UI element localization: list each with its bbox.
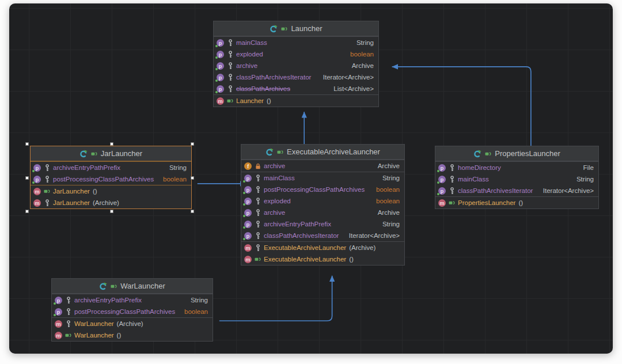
member-row[interactable]: mJarLauncher() [31, 185, 191, 197]
inheritance-edge-warlauncher-to-executablearchivelauncher[interactable] [219, 276, 332, 321]
member-row[interactable]: pclassPathArchivesIteratorIterator<Archi… [435, 185, 598, 196]
member-name: exploded [264, 198, 291, 204]
method-name: JarLauncher [53, 188, 90, 195]
class-node-header[interactable]: Launcher [214, 21, 378, 36]
method-icon: m [33, 188, 41, 195]
class-title: ExecutableArchiveLauncher [287, 147, 380, 156]
member-row[interactable]: parchiveEntryPathPrefixString [52, 294, 213, 306]
member-row[interactable]: pclassPathArchivesIteratorIterator<Archi… [214, 71, 378, 83]
member-type: Archive [378, 209, 400, 216]
member-type: Archive [352, 62, 374, 69]
member-name: classPathArchivesIterator [236, 74, 311, 81]
property-icon: p [33, 176, 41, 183]
member-row[interactable]: pexplodedboolean [241, 195, 404, 207]
inheritance-edge-propertieslauncher-to-launcher[interactable] [392, 67, 531, 151]
property-icon: p [244, 186, 252, 194]
member-name: archive [264, 209, 285, 216]
member-row[interactable]: pmainClassString [214, 37, 378, 48]
key-icon [255, 186, 261, 194]
member-row[interactable]: mExecutableArchiveLauncher() [241, 253, 404, 265]
class-node-propertieslauncher[interactable]: PropertiesLauncherphomeDirectoryFilepmai… [435, 146, 599, 209]
selection-handle-tr[interactable] [191, 142, 194, 146]
class-node-header[interactable]: PropertiesLauncher [435, 146, 598, 161]
member-name: exploded [236, 51, 263, 58]
member-row[interactable]: parchiveArchive [214, 60, 378, 71]
member-row[interactable]: mLauncher() [214, 95, 378, 107]
property-icon: p [438, 164, 446, 172]
member-type: String [356, 39, 374, 46]
method-name: ExecutableArchiveLauncher [264, 256, 346, 263]
member-row[interactable]: pmainClassString [241, 172, 404, 184]
member-row[interactable]: parchiveEntryPathPrefixString [31, 162, 191, 173]
method-params: () [267, 97, 271, 104]
member-type: List<Archive> [333, 85, 374, 92]
method-name: JarLauncher [53, 199, 90, 206]
selection-handle-tm[interactable] [110, 142, 113, 146]
class-node-executablearchivelauncher[interactable]: ExecutableArchiveLauncherfarchiveArchive… [241, 144, 405, 266]
class-node-jarlauncher[interactable]: JarLauncherparchiveEntryPathPrefixString… [30, 146, 192, 209]
member-type: String [577, 176, 594, 183]
member-row[interactable]: pclassPathArchivesList<Archive> [214, 83, 378, 94]
members-section: mLauncher() [214, 94, 378, 107]
class-node-header[interactable]: WarLauncher [52, 279, 213, 294]
member-row[interactable]: pmainClassString [435, 173, 598, 185]
property-icon: p [55, 308, 62, 316]
method-params: (Archive) [93, 199, 119, 206]
member-row[interactable]: phomeDirectoryFile [435, 162, 598, 173]
member-name: classPathArchivesIterator [458, 187, 533, 194]
member-row[interactable]: mWarLauncher() [52, 329, 213, 341]
member-row[interactable]: mPropertiesLauncher() [435, 197, 598, 208]
member-row[interactable]: mJarLauncher(Archive) [31, 197, 191, 208]
member-type: Iterator<Archive> [323, 74, 374, 81]
key-icon [449, 187, 455, 195]
method-icon: m [55, 332, 62, 339]
selection-handle-ml[interactable] [25, 176, 29, 180]
method-params: () [518, 199, 523, 206]
member-row[interactable]: parchiveArchive [241, 207, 404, 218]
selection-handle-tl[interactable] [25, 142, 29, 146]
lock-open-icon [485, 151, 491, 157]
members-section: mJarLauncher()mJarLauncher(Archive) [31, 185, 191, 208]
class-node-launcher[interactable]: LauncherpmainClassStringpexplodedboolean… [213, 21, 379, 107]
member-row[interactable]: ppostProcessingClassPathArchivesboolean [52, 306, 213, 317]
diagram-canvas[interactable]: LauncherpmainClassStringpexplodedboolean… [9, 3, 613, 354]
member-row[interactable]: farchiveArchive [241, 160, 404, 172]
member-name: postProcessingClassPathArchives [264, 186, 365, 193]
key-icon [255, 244, 261, 252]
member-row[interactable]: mExecutableArchiveLauncher(Archive) [241, 242, 404, 253]
key-icon [65, 320, 71, 328]
members-section: parchiveEntryPathPrefixStringppostProces… [31, 161, 191, 185]
member-row[interactable]: ppostProcessingClassPathArchivesboolean [31, 173, 191, 185]
class-node-header[interactable]: JarLauncher [31, 146, 191, 161]
property-icon: p [244, 175, 252, 182]
member-row[interactable]: mWarLauncher(Archive) [52, 318, 213, 329]
class-node-warlauncher[interactable]: WarLauncherparchiveEntryPathPrefixString… [51, 278, 213, 342]
key-icon [227, 39, 233, 47]
field-icon: f [244, 162, 252, 170]
class-title: PropertiesLauncher [495, 149, 560, 158]
member-row[interactable]: pexplodedboolean [214, 48, 378, 60]
method-params: () [117, 332, 122, 339]
property-icon: p [217, 51, 224, 58]
selection-handle-br[interactable] [191, 210, 194, 213]
class-node-header[interactable]: ExecutableArchiveLauncher [241, 145, 404, 160]
selection-handle-bl[interactable] [25, 210, 29, 213]
member-row[interactable]: parchiveEntryPathPrefixString [241, 218, 404, 230]
method-icon: m [217, 97, 224, 105]
lock-open-icon [281, 26, 287, 32]
member-name: classPathArchives [236, 85, 290, 92]
member-type: String [169, 164, 187, 171]
member-type: Iterator<Archive> [543, 187, 594, 194]
member-row[interactable]: pclassPathArchivesIteratorIterator<Archi… [241, 230, 404, 241]
key-icon [255, 198, 261, 205]
method-icon: m [244, 244, 252, 252]
member-type: String [191, 297, 208, 304]
selection-handle-bm[interactable] [110, 210, 113, 213]
members-section: pmainClassStringppostProcessingClassPath… [241, 172, 404, 241]
selection-handle-mr[interactable] [191, 176, 194, 180]
member-row[interactable]: ppostProcessingClassPathArchivesboolean [241, 184, 404, 195]
property-icon: p [244, 232, 252, 240]
class-icon [473, 150, 481, 158]
method-name: ExecutableArchiveLauncher [264, 244, 346, 251]
property-icon: p [217, 39, 224, 47]
